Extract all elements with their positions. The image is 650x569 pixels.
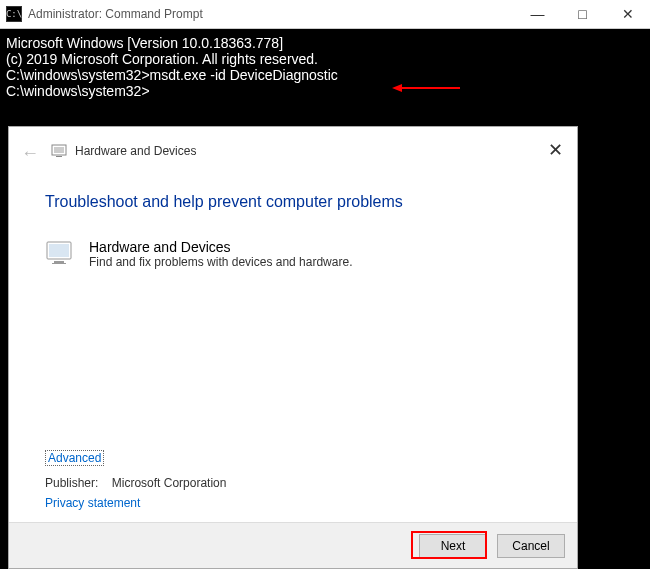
cmd-title: Administrator: Command Prompt [28, 7, 515, 21]
dialog-body: Troubleshoot and help prevent computer p… [9, 175, 577, 450]
annotation-arrow [392, 84, 460, 92]
svg-rect-4 [49, 244, 69, 257]
dialog-close-button[interactable]: ✕ [543, 139, 567, 161]
cmd-titlebar[interactable]: C:\ Administrator: Command Prompt — □ ✕ [0, 0, 650, 29]
back-button: ← [21, 143, 37, 159]
publisher-label: Publisher: [45, 476, 98, 490]
publisher-value: Microsoft Corporation [112, 476, 227, 490]
cancel-button[interactable]: Cancel [497, 534, 565, 558]
item-name: Hardware and Devices [89, 239, 352, 255]
svg-rect-6 [52, 263, 66, 264]
advanced-link[interactable]: Advanced [45, 450, 104, 466]
cmd-line: C:\windows\system32>msdt.exe -id DeviceD… [6, 67, 644, 83]
close-button[interactable]: ✕ [605, 0, 650, 29]
cmd-line: C:\windows\system32> [6, 83, 644, 99]
publisher-row: Publisher: Microsoft Corporation [45, 476, 541, 490]
svg-rect-1 [54, 147, 64, 153]
maximize-button[interactable]: □ [560, 0, 605, 29]
next-button[interactable]: Next [419, 534, 487, 558]
dialog-title: Hardware and Devices [75, 144, 196, 158]
window-controls: — □ ✕ [515, 0, 650, 29]
cmd-icon: C:\ [6, 6, 22, 22]
dialog-header: ← Hardware and Devices ✕ [9, 127, 577, 175]
dialog-lower: Advanced Publisher: Microsoft Corporatio… [9, 450, 577, 522]
svg-rect-5 [54, 261, 64, 263]
item-desc: Find and fix problems with devices and h… [89, 255, 352, 269]
device-icon [45, 239, 73, 267]
troubleshooter-item[interactable]: Hardware and Devices Find and fix proble… [45, 239, 541, 269]
troubleshooter-dialog: ← Hardware and Devices ✕ Troubleshoot an… [8, 126, 578, 569]
item-text: Hardware and Devices Find and fix proble… [89, 239, 352, 269]
dialog-heading: Troubleshoot and help prevent computer p… [45, 193, 541, 211]
cmd-line: (c) 2019 Microsoft Corporation. All righ… [6, 51, 644, 67]
dialog-footer: Next Cancel [9, 522, 577, 568]
cmd-line: Microsoft Windows [Version 10.0.18363.77… [6, 35, 644, 51]
privacy-link[interactable]: Privacy statement [45, 496, 140, 510]
svg-rect-2 [56, 156, 62, 157]
minimize-button[interactable]: — [515, 0, 560, 29]
hardware-icon [51, 143, 67, 159]
cmd-body[interactable]: Microsoft Windows [Version 10.0.18363.77… [0, 29, 650, 105]
